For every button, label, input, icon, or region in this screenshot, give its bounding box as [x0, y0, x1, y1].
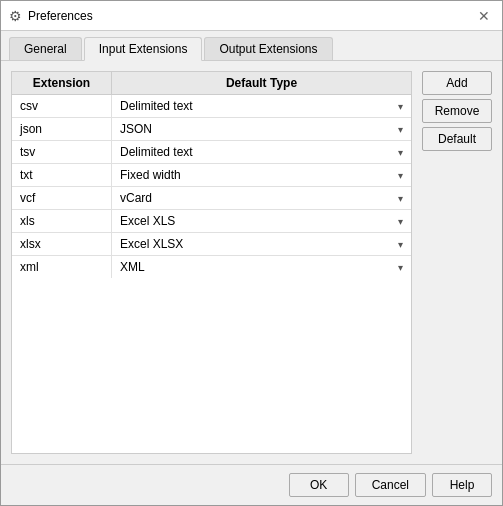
col-default-type: Default Type	[112, 72, 411, 94]
type-value: JSON	[120, 122, 152, 136]
dropdown-arrow-icon: ▾	[398, 216, 403, 227]
table-row[interactable]: xlsx Excel XLSX ▾	[12, 233, 411, 256]
cell-type[interactable]: Delimited text ▾	[112, 141, 411, 163]
col-extension: Extension	[12, 72, 112, 94]
tab-general[interactable]: General	[9, 37, 82, 60]
tab-input-extensions[interactable]: Input Extensions	[84, 37, 203, 61]
cell-extension: tsv	[12, 141, 112, 163]
cell-type[interactable]: Excel XLSX ▾	[112, 233, 411, 255]
ok-button[interactable]: OK	[289, 473, 349, 497]
preferences-icon: ⚙	[9, 8, 22, 24]
table-row[interactable]: csv Delimited text ▾	[12, 95, 411, 118]
table-row[interactable]: txt Fixed width ▾	[12, 164, 411, 187]
help-button[interactable]: Help	[432, 473, 492, 497]
dropdown-arrow-icon: ▾	[398, 239, 403, 250]
type-value: Excel XLS	[120, 214, 175, 228]
type-value: Delimited text	[120, 145, 193, 159]
cell-type[interactable]: vCard ▾	[112, 187, 411, 209]
cell-type[interactable]: Delimited text ▾	[112, 95, 411, 117]
window-title: Preferences	[28, 9, 93, 23]
type-value: vCard	[120, 191, 152, 205]
add-button[interactable]: Add	[422, 71, 492, 95]
table-header: Extension Default Type	[12, 72, 411, 95]
preferences-window: ⚙ Preferences ✕ General Input Extensions…	[0, 0, 503, 506]
cell-type[interactable]: Excel XLS ▾	[112, 210, 411, 232]
cell-type[interactable]: JSON ▾	[112, 118, 411, 140]
table-row[interactable]: json JSON ▾	[12, 118, 411, 141]
table-row[interactable]: xml XML ▾	[12, 256, 411, 278]
cell-extension: xml	[12, 256, 112, 278]
cell-extension: xls	[12, 210, 112, 232]
title-bar: ⚙ Preferences ✕	[1, 1, 502, 31]
cell-extension: txt	[12, 164, 112, 186]
title-bar-left: ⚙ Preferences	[9, 8, 93, 24]
cancel-button[interactable]: Cancel	[355, 473, 426, 497]
table-row[interactable]: xls Excel XLS ▾	[12, 210, 411, 233]
tab-output-extensions[interactable]: Output Extensions	[204, 37, 332, 60]
extensions-table: Extension Default Type csv Delimited tex…	[11, 71, 412, 454]
default-button[interactable]: Default	[422, 127, 492, 151]
dropdown-arrow-icon: ▾	[398, 147, 403, 158]
type-value: Fixed width	[120, 168, 181, 182]
type-value: Delimited text	[120, 99, 193, 113]
close-button[interactable]: ✕	[474, 6, 494, 26]
remove-button[interactable]: Remove	[422, 99, 492, 123]
type-value: XML	[120, 260, 145, 274]
content-area: Extension Default Type csv Delimited tex…	[1, 61, 502, 464]
type-value: Excel XLSX	[120, 237, 183, 251]
dropdown-arrow-icon: ▾	[398, 124, 403, 135]
cell-extension: csv	[12, 95, 112, 117]
table-row[interactable]: tsv Delimited text ▾	[12, 141, 411, 164]
cell-type[interactable]: Fixed width ▾	[112, 164, 411, 186]
dropdown-arrow-icon: ▾	[398, 262, 403, 273]
cell-type[interactable]: XML ▾	[112, 256, 411, 278]
cell-extension: json	[12, 118, 112, 140]
dropdown-arrow-icon: ▾	[398, 170, 403, 181]
table-row[interactable]: vcf vCard ▾	[12, 187, 411, 210]
dropdown-arrow-icon: ▾	[398, 101, 403, 112]
side-buttons: Add Remove Default	[422, 71, 492, 454]
dropdown-arrow-icon: ▾	[398, 193, 403, 204]
tab-bar: General Input Extensions Output Extensio…	[1, 31, 502, 61]
cell-extension: vcf	[12, 187, 112, 209]
table-body: csv Delimited text ▾ json JSON ▾ tsv Del…	[12, 95, 411, 278]
footer: OK Cancel Help	[1, 464, 502, 505]
cell-extension: xlsx	[12, 233, 112, 255]
